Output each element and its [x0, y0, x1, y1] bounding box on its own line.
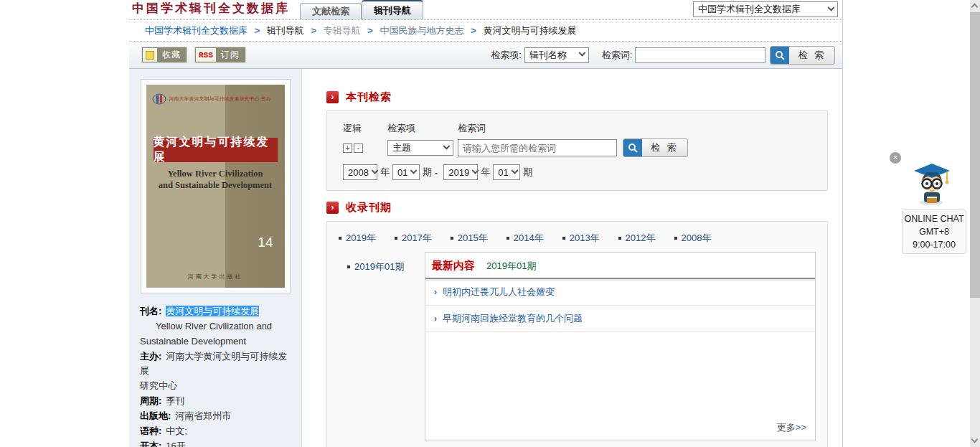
chevron-down-icon [828, 4, 835, 11]
year-link-label: 2012年 [626, 232, 656, 245]
main-panel: › 本刊检索 逻辑 检索项 检索词 + - 主题 [302, 69, 842, 447]
issue-to-select[interactable]: 01 [493, 164, 520, 180]
toolbar-search-button-label: 检 索 [789, 47, 834, 64]
issue-link-2019-01[interactable]: 2019年01期 [347, 260, 425, 273]
year-unit-label: 年 [481, 166, 490, 179]
breadcrumb-navigation[interactable]: 辑刊导航 [267, 25, 304, 36]
year-link-2008[interactable]: 2008年 [674, 232, 712, 245]
breadcrumb-category[interactable]: 中国民族与地方史志 [380, 25, 464, 36]
journal-organizer-label: 主办: [140, 351, 161, 362]
journal-search-form: 逻辑 检索项 检索词 + - 主题 [326, 110, 828, 191]
year-link-2015[interactable]: 2015年 [451, 232, 488, 245]
journal-info: 刊名:黄河文明与可持续发展 Yellow River Civilization … [140, 304, 296, 447]
journal-organizer-value: 河南大学黄河文明与可持续发展 [140, 351, 287, 376]
article-link[interactable]: 早期河南回族经堂教育的几个问题 [443, 312, 583, 325]
add-condition-button[interactable]: + [343, 143, 352, 153]
red-arrow-icon: › [326, 91, 339, 103]
toolbar: 收藏 RSS 订阅 检索项: 辑刊名称 检索词: 检 索 [129, 42, 842, 69]
latest-content-header: 最新内容 2019年01期 [425, 253, 815, 279]
square-bullet-icon [507, 237, 509, 240]
favorite-button-label: 收藏 [157, 48, 186, 62]
article-link[interactable]: 明初内迁畏兀儿人社会嬗变 [443, 286, 555, 298]
year-link-2013[interactable]: 2013年 [562, 232, 600, 245]
year-link-2019[interactable]: 2019年 [339, 232, 376, 245]
article-row: › 明初内迁畏兀儿人社会嬗变 [425, 279, 815, 306]
journal-name-label: 刊名: [140, 306, 161, 316]
breadcrumb-database-link[interactable]: 中国学术辑刊全文数据库 [145, 25, 248, 36]
scroll-down-icon[interactable] [971, 436, 979, 443]
journal-sidebar: 河南大学黄河文明与可持续发展研究中心 主办 黄河文明与可持续发展 Yellow … [129, 69, 302, 447]
toolbar-search-input[interactable] [635, 47, 765, 63]
breadcrumb-separator: > [311, 25, 316, 36]
more-link[interactable]: 更多>> [777, 421, 806, 434]
favorite-button[interactable]: 收藏 [142, 47, 187, 62]
tab-journal-navigation[interactable]: 辑刊导航 [362, 0, 423, 19]
breadcrumb-separator: > [255, 25, 260, 36]
journal-english-name-line1: Yellow River Civilization and [140, 319, 296, 334]
year-link-label: 2015年 [458, 232, 488, 245]
issue-from-select[interactable]: 01 [392, 164, 420, 180]
year-to-select[interactable]: 2019 [443, 164, 478, 180]
journal-organizer-value-cont: 研究中心 [140, 379, 296, 393]
database-select[interactable]: 中国学术辑刊全文数据库 [693, 1, 838, 17]
issue-from-value: 01 [397, 167, 407, 178]
logic-label: 逻辑 [343, 122, 387, 135]
breadcrumb-current-journal: 黄河文明与可持续发展 [483, 25, 576, 36]
search-field-type-select[interactable]: 主题 [387, 140, 453, 156]
year-link-2017[interactable]: 2017年 [395, 232, 432, 245]
article-row: › 早期河南回族经堂教育的几个问题 [425, 306, 815, 332]
rss-subscribe-button[interactable]: RSS 订阅 [195, 47, 245, 62]
year-link-2014[interactable]: 2014年 [507, 232, 544, 245]
form-search-button[interactable]: 检 索 [623, 138, 688, 157]
chat-line-hours: 9:00-17:00 [903, 238, 966, 251]
cover-issue-number: 14 [258, 235, 273, 250]
issue-list-column: 2019年01期 [337, 252, 425, 441]
journal-format-row: 开本:16开 [140, 439, 296, 447]
square-bullet-icon [451, 237, 453, 240]
search-field-type-value: 主题 [392, 141, 411, 154]
database-title: 中国学术辑刊全文数据库 [132, 0, 290, 17]
journal-period-value: 季刊 [166, 395, 184, 406]
year-from-select[interactable]: 2008 [343, 164, 377, 180]
search-term-input[interactable] [458, 139, 617, 156]
year-link-2012[interactable]: 2012年 [618, 232, 656, 245]
search-term-label: 检索词: [602, 49, 633, 62]
cover-organizer-row: 河南大学黄河文明与可持续发展研究中心 主办 [152, 93, 282, 105]
search-field-select[interactable]: 辑刊名称 [524, 47, 589, 63]
breadcrumb-album-navigation[interactable]: 专辑导航 [324, 25, 361, 36]
year-link-label: 2008年 [682, 232, 712, 245]
year-link-label: 2014年 [514, 232, 544, 245]
chat-info-box[interactable]: ONLINE CHAT GMT+8 9:00-17:00 [902, 210, 966, 254]
year-to-value: 2019 [448, 167, 469, 178]
vertical-scrollbar[interactable] [970, 0, 980, 447]
tab-literature-search[interactable]: 文献检索 [300, 3, 362, 19]
close-icon[interactable]: × [890, 152, 901, 164]
square-bullet-icon [674, 237, 677, 240]
scroll-up-icon[interactable] [971, 4, 979, 11]
collected-issues-section-header: › 收录刊期 [326, 201, 828, 215]
cover-publisher: 河南大学出版社 [146, 273, 285, 281]
breadcrumb-separator: > [471, 25, 476, 36]
year-link-label: 2019年 [346, 232, 376, 245]
scrollbar-thumb[interactable] [970, 12, 980, 298]
toolbar-search-button[interactable]: 检 索 [770, 46, 835, 65]
journal-name-row: 刊名:黄河文明与可持续发展 [140, 304, 296, 319]
subscribe-button-label: 订阅 [216, 48, 245, 62]
chevron-down-icon [472, 166, 479, 174]
chat-avatar[interactable] [910, 162, 969, 208]
breadcrumb-separator: > [367, 25, 373, 36]
chevron-down-icon [443, 142, 451, 149]
journal-search-title: 本刊检索 [346, 90, 392, 104]
top-header: 中国学术辑刊全文数据库 文献检索 辑刊导航 中国学术辑刊全文数据库 [129, 0, 842, 20]
chevron-down-icon [371, 166, 378, 174]
square-bullet-icon [618, 237, 621, 240]
year-from-value: 2008 [348, 167, 369, 178]
remove-condition-button[interactable]: - [354, 143, 363, 153]
university-logo-icon [152, 93, 166, 105]
year-link-label: 2013年 [570, 232, 600, 245]
journal-language-value: 中文; [166, 425, 187, 436]
collected-issues-title: 收录刊期 [346, 201, 392, 215]
journal-place-label: 出版地: [140, 410, 171, 421]
square-bullet-icon [339, 237, 341, 240]
search-icon [623, 139, 642, 156]
